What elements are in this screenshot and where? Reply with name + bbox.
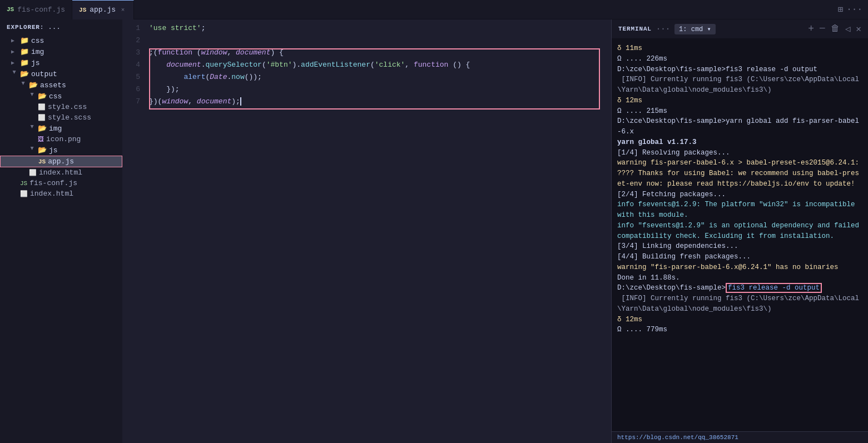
sidebar-item-label: index.html (39, 168, 82, 177)
sidebar-item-output[interactable]: ▶ 📂 output (0, 68, 122, 79)
terminal-line: warning fis-parser-babel-6.x > babel-pre… (617, 158, 862, 189)
sidebar-item-label: assets (40, 81, 66, 89)
sidebar-item-app-js[interactable]: JS app.js (0, 156, 122, 167)
main-layout: EXPLORER: ... ▶ 📁 css ▶ 📁 img ▶ 📁 js ▶ 📂… (0, 19, 868, 443)
folder-arrow-icon: ▶ (11, 48, 18, 55)
terminal-line: [1/4] Resolving packages... (617, 148, 862, 158)
line-number: 1 (122, 24, 149, 32)
folder-img-icon: 📁 (20, 47, 29, 56)
terminal-actions: + — 🗑 ◁ ✕ (808, 23, 861, 34)
html-file-icon: ⬜ (29, 169, 37, 176)
sidebar-item-css[interactable]: ▶ 📁 css (0, 35, 122, 46)
tab-app-js-label: app.js (90, 6, 116, 14)
terminal-line-info: info "fsevents@1.2.9" is an optional dep… (617, 221, 862, 242)
code-line-5: 5 alert(Date.now()); (122, 73, 611, 85)
sidebar-item-assets-img[interactable]: ▶ 📂 img (0, 123, 122, 134)
js-icon: JS (79, 7, 86, 13)
code-line-7: 7 })(window, document); (122, 97, 611, 109)
sidebar-item-fis-conf[interactable]: JS fis-conf.js (0, 178, 122, 188)
terminal-content[interactable]: δ 11ms Ω .... 226ms D:\zce\Desktop\fis-s… (612, 39, 868, 431)
sidebar-item-label: app.js (48, 157, 74, 166)
terminal-line: [4/4] Building fresh packages... (617, 252, 862, 262)
code-line-6: 6 }); (122, 85, 611, 97)
sidebar-item-label: css (31, 37, 44, 45)
terminal-trash-icon[interactable]: 🗑 (831, 23, 840, 34)
terminal-maximize-icon[interactable]: ◁ (845, 23, 851, 34)
editor-area: 1 'use strict'; 2 3 ;(function (window, … (122, 19, 611, 443)
terminal-line: D:\zce\Desktop\fis-sample>yarn global ad… (617, 116, 862, 137)
line-content: document.querySelector('#btn').addEventL… (149, 61, 611, 69)
tab-close-button[interactable]: × (119, 7, 127, 13)
more-actions-icon[interactable]: ··· (846, 4, 862, 14)
html-file-icon: ⬜ (20, 190, 28, 197)
terminal-tab-cmd[interactable]: 1: cmd ▾ (674, 24, 716, 34)
tab-app-js[interactable]: JS app.js × (72, 0, 134, 19)
terminal-line: δ 11ms (617, 43, 862, 54)
sidebar-item-root-index[interactable]: ⬜ index.html (0, 188, 122, 199)
terminal-line: δ 12ms (617, 315, 862, 325)
sidebar-item-style-css[interactable]: ⬜ style.css (0, 102, 122, 112)
terminal-more-icon[interactable]: ··· (656, 24, 670, 33)
tab-fis-conf-label: fis-conf.js (17, 6, 65, 14)
sidebar-item-assets-js[interactable]: ▶ 📂 js (0, 145, 122, 156)
sidebar-item-assets-index[interactable]: ⬜ index.html (0, 167, 122, 178)
sidebar-item-label: style.css (48, 103, 87, 111)
terminal-title: TERMINAL (618, 26, 652, 32)
sidebar-item-js[interactable]: ▶ 📁 js (0, 57, 122, 68)
tab-bar-actions: ⊞ ··· (832, 4, 868, 15)
terminal-line: Ω .... 226ms (617, 54, 862, 64)
sidebar-item-assets[interactable]: ▶ 📂 assets (0, 79, 122, 91)
conf-icon: JS (7, 6, 14, 13)
sidebar-item-icon-png[interactable]: 🖼 icon.png (0, 134, 122, 145)
code-line-2: 2 (122, 36, 611, 48)
sidebar-item-img[interactable]: ▶ 📁 img (0, 46, 122, 57)
terminal-line: Ω .... 215ms (617, 106, 862, 117)
terminal-line: [3/4] Linking dependencies... (617, 241, 862, 252)
sidebar-item-style-scss[interactable]: ⬜ style.scss (0, 112, 122, 123)
folder-arrow-icon: ▶ (11, 37, 18, 44)
terminal-close-icon[interactable]: ✕ (856, 23, 861, 34)
sidebar-item-label: js (31, 59, 40, 67)
sidebar: EXPLORER: ... ▶ 📁 css ▶ 📁 img ▶ 📁 js ▶ 📂… (0, 19, 122, 443)
folder-css-icon: 📂 (38, 92, 47, 101)
sidebar-item-label: icon.png (46, 135, 81, 143)
line-content: alert(Date.now()); (149, 73, 611, 81)
sidebar-item-label: fis-conf.js (29, 179, 77, 187)
terminal-add-icon[interactable]: + (808, 23, 814, 34)
terminal-line: Done in 11.88s. (617, 273, 862, 283)
sidebar-item-label: css (49, 92, 62, 101)
sidebar-item-label: output (31, 70, 57, 78)
folder-arrow-icon: ▶ (11, 59, 18, 66)
folder-css-icon: 📁 (20, 36, 29, 45)
terminal-line: warning "fis-parser-babel-6.x@6.24.1" ha… (617, 262, 862, 273)
tab-bar: JS fis-conf.js JS app.js × ⊞ ··· (0, 0, 868, 19)
terminal-minimize-icon[interactable]: — (820, 23, 825, 34)
line-number: 5 (122, 73, 149, 81)
sidebar-title: EXPLORER: ... (0, 19, 122, 35)
code-line-1: 1 'use strict'; (122, 24, 611, 36)
editor-content[interactable]: 1 'use strict'; 2 3 ;(function (window, … (122, 19, 611, 443)
folder-js-icon: 📁 (20, 58, 29, 67)
sidebar-item-label: index.html (30, 190, 73, 198)
terminal-line: [2/4] Fetching packages... (617, 190, 862, 200)
sidebar-item-label: img (31, 48, 44, 56)
tab-fis-conf[interactable]: JS fis-conf.js (0, 0, 72, 19)
tab-list: JS fis-conf.js JS app.js × (0, 0, 832, 19)
terminal-header: TERMINAL ··· 1: cmd ▾ + — 🗑 ◁ ✕ (612, 19, 868, 39)
conf-file-icon: JS (20, 180, 27, 187)
folder-assets-icon: 📂 (29, 81, 38, 89)
terminal-line: [INFO] Currently running fis3 (C:\Users\… (617, 293, 862, 315)
folder-arrow-icon: ▶ (29, 125, 36, 132)
terminal-panel: TERMINAL ··· 1: cmd ▾ + — 🗑 ◁ ✕ δ 11ms Ω… (611, 19, 868, 443)
sidebar-item-label: style.scss (48, 113, 91, 122)
split-editor-icon[interactable]: ⊞ (838, 4, 844, 15)
line-number: 6 (122, 85, 149, 93)
code-line-3: 3 ;(function (window, document) { (122, 48, 611, 61)
line-content: }); (149, 85, 611, 93)
line-number: 2 (122, 36, 149, 44)
line-content: 'use strict'; (149, 24, 611, 32)
terminal-line: [INFO] Currently running fis3 (C:\Users\… (617, 74, 862, 96)
sidebar-item-assets-css[interactable]: ▶ 📂 css (0, 91, 122, 102)
terminal-footer: https://blog.csdn.net/qq_38652871 (612, 431, 868, 443)
folder-arrow-icon: ▶ (11, 71, 18, 77)
